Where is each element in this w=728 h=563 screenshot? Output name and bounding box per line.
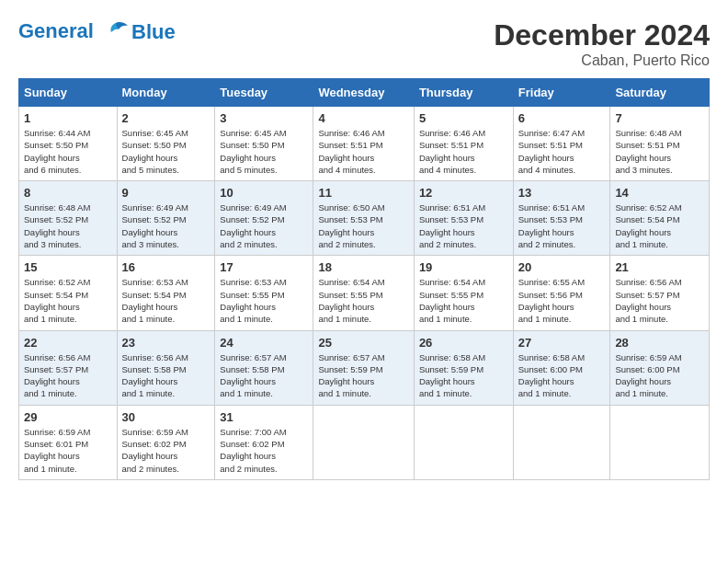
day-number: 20	[518, 260, 606, 274]
calendar-week-2: 8 Sunrise: 6:48 AM Sunset: 5:52 PM Dayli…	[19, 181, 710, 256]
logo: General Blue	[18, 18, 176, 46]
day-number: 16	[122, 260, 210, 274]
header-tuesday: Tuesday	[215, 79, 313, 107]
day-number: 10	[220, 186, 308, 200]
day-info: Sunrise: 6:53 AM Sunset: 5:54 PM Dayligh…	[122, 276, 210, 325]
day-info: Sunrise: 6:47 AM Sunset: 5:51 PM Dayligh…	[518, 127, 606, 176]
header-friday: Friday	[513, 79, 610, 107]
day-number: 1	[24, 111, 112, 125]
day-number: 8	[24, 186, 112, 200]
day-info: Sunrise: 6:46 AM Sunset: 5:51 PM Dayligh…	[419, 127, 508, 176]
page-header: General Blue December 2024 Caban, Puerto…	[18, 18, 710, 69]
calendar-cell: 23 Sunrise: 6:56 AM Sunset: 5:58 PM Dayl…	[117, 330, 215, 405]
day-number: 6	[518, 111, 606, 125]
calendar-cell: 20 Sunrise: 6:55 AM Sunset: 5:56 PM Dayl…	[513, 256, 610, 330]
day-info: Sunrise: 6:52 AM Sunset: 5:54 PM Dayligh…	[615, 201, 704, 250]
day-info: Sunrise: 6:56 AM Sunset: 5:58 PM Dayligh…	[122, 351, 210, 400]
day-info: Sunrise: 6:57 AM Sunset: 5:59 PM Dayligh…	[318, 351, 408, 400]
header-thursday: Thursday	[414, 79, 513, 107]
header-wednesday: Wednesday	[313, 79, 414, 107]
day-info: Sunrise: 6:45 AM Sunset: 5:50 PM Dayligh…	[220, 127, 308, 176]
month-title: December 2024	[494, 18, 710, 52]
calendar-cell: 27 Sunrise: 6:58 AM Sunset: 6:00 PM Dayl…	[513, 330, 610, 405]
calendar-cell: 9 Sunrise: 6:49 AM Sunset: 5:52 PM Dayli…	[117, 181, 215, 256]
header-saturday: Saturday	[610, 79, 710, 107]
day-number: 12	[419, 186, 508, 200]
day-info: Sunrise: 7:00 AM Sunset: 6:02 PM Dayligh…	[220, 426, 308, 475]
calendar-cell: 18 Sunrise: 6:54 AM Sunset: 5:55 PM Dayl…	[313, 256, 414, 330]
calendar-cell: 2 Sunrise: 6:45 AM Sunset: 5:50 PM Dayli…	[117, 107, 215, 181]
calendar-cell	[313, 405, 414, 479]
day-number: 14	[615, 186, 704, 200]
location: Caban, Puerto Rico	[494, 52, 710, 69]
day-info: Sunrise: 6:54 AM Sunset: 5:55 PM Dayligh…	[318, 276, 408, 325]
day-info: Sunrise: 6:49 AM Sunset: 5:52 PM Dayligh…	[220, 201, 308, 250]
day-info: Sunrise: 6:58 AM Sunset: 5:59 PM Dayligh…	[419, 351, 508, 400]
calendar-header-row: Sunday Monday Tuesday Wednesday Thursday…	[19, 79, 710, 107]
day-number: 27	[518, 336, 606, 350]
day-number: 21	[615, 260, 704, 274]
logo-general: General	[18, 19, 94, 42]
title-area: December 2024 Caban, Puerto Rico	[494, 18, 710, 69]
calendar-cell: 13 Sunrise: 6:51 AM Sunset: 5:53 PM Dayl…	[513, 181, 610, 256]
day-number: 17	[220, 260, 308, 274]
day-number: 4	[318, 111, 408, 125]
calendar-cell: 17 Sunrise: 6:53 AM Sunset: 5:55 PM Dayl…	[215, 256, 313, 330]
day-info: Sunrise: 6:54 AM Sunset: 5:55 PM Dayligh…	[419, 276, 508, 325]
calendar-cell: 1 Sunrise: 6:44 AM Sunset: 5:50 PM Dayli…	[19, 107, 118, 181]
day-number: 30	[122, 410, 210, 424]
day-number: 28	[615, 336, 704, 350]
calendar-week-1: 1 Sunrise: 6:44 AM Sunset: 5:50 PM Dayli…	[19, 107, 710, 181]
day-number: 7	[615, 111, 704, 125]
calendar-cell	[610, 405, 710, 479]
calendar-cell: 15 Sunrise: 6:52 AM Sunset: 5:54 PM Dayl…	[19, 256, 118, 330]
day-number: 2	[122, 111, 210, 125]
day-number: 18	[318, 260, 408, 274]
day-info: Sunrise: 6:48 AM Sunset: 5:52 PM Dayligh…	[24, 201, 112, 250]
day-number: 25	[318, 336, 408, 350]
calendar-cell: 31 Sunrise: 7:00 AM Sunset: 6:02 PM Dayl…	[215, 405, 313, 479]
header-sunday: Sunday	[19, 79, 118, 107]
calendar-cell: 28 Sunrise: 6:59 AM Sunset: 6:00 PM Dayl…	[610, 330, 710, 405]
calendar-cell	[513, 405, 610, 479]
day-info: Sunrise: 6:51 AM Sunset: 5:53 PM Dayligh…	[419, 201, 508, 250]
day-info: Sunrise: 6:59 AM Sunset: 6:02 PM Dayligh…	[122, 426, 210, 475]
day-info: Sunrise: 6:57 AM Sunset: 5:58 PM Dayligh…	[220, 351, 308, 400]
calendar-table: Sunday Monday Tuesday Wednesday Thursday…	[18, 78, 710, 480]
calendar-cell: 12 Sunrise: 6:51 AM Sunset: 5:53 PM Dayl…	[414, 181, 513, 256]
calendar-cell: 30 Sunrise: 6:59 AM Sunset: 6:02 PM Dayl…	[117, 405, 215, 479]
calendar-cell: 16 Sunrise: 6:53 AM Sunset: 5:54 PM Dayl…	[117, 256, 215, 330]
day-info: Sunrise: 6:49 AM Sunset: 5:52 PM Dayligh…	[122, 201, 210, 250]
day-number: 5	[419, 111, 508, 125]
calendar-cell: 25 Sunrise: 6:57 AM Sunset: 5:59 PM Dayl…	[313, 330, 414, 405]
logo-bird-icon	[102, 18, 130, 46]
day-number: 15	[24, 260, 112, 274]
calendar-cell: 3 Sunrise: 6:45 AM Sunset: 5:50 PM Dayli…	[215, 107, 313, 181]
calendar-cell: 21 Sunrise: 6:56 AM Sunset: 5:57 PM Dayl…	[610, 256, 710, 330]
calendar-cell: 4 Sunrise: 6:46 AM Sunset: 5:51 PM Dayli…	[313, 107, 414, 181]
day-number: 24	[220, 336, 308, 350]
day-number: 11	[318, 186, 408, 200]
calendar-cell: 19 Sunrise: 6:54 AM Sunset: 5:55 PM Dayl…	[414, 256, 513, 330]
day-info: Sunrise: 6:48 AM Sunset: 5:51 PM Dayligh…	[615, 127, 704, 176]
day-number: 26	[419, 336, 508, 350]
day-info: Sunrise: 6:59 AM Sunset: 6:01 PM Dayligh…	[24, 426, 112, 475]
calendar-cell: 5 Sunrise: 6:46 AM Sunset: 5:51 PM Dayli…	[414, 107, 513, 181]
calendar-cell: 29 Sunrise: 6:59 AM Sunset: 6:01 PM Dayl…	[19, 405, 118, 479]
day-info: Sunrise: 6:53 AM Sunset: 5:55 PM Dayligh…	[220, 276, 308, 325]
calendar-cell: 7 Sunrise: 6:48 AM Sunset: 5:51 PM Dayli…	[610, 107, 710, 181]
day-info: Sunrise: 6:55 AM Sunset: 5:56 PM Dayligh…	[518, 276, 606, 325]
day-number: 3	[220, 111, 308, 125]
day-number: 9	[122, 186, 210, 200]
calendar-week-5: 29 Sunrise: 6:59 AM Sunset: 6:01 PM Dayl…	[19, 405, 710, 479]
day-info: Sunrise: 6:56 AM Sunset: 5:57 PM Dayligh…	[615, 276, 704, 325]
calendar-week-3: 15 Sunrise: 6:52 AM Sunset: 5:54 PM Dayl…	[19, 256, 710, 330]
logo-blue: Blue	[131, 21, 176, 43]
day-info: Sunrise: 6:59 AM Sunset: 6:00 PM Dayligh…	[615, 351, 704, 400]
calendar-cell: 22 Sunrise: 6:56 AM Sunset: 5:57 PM Dayl…	[19, 330, 118, 405]
header-monday: Monday	[117, 79, 215, 107]
day-number: 31	[220, 410, 308, 424]
day-info: Sunrise: 6:44 AM Sunset: 5:50 PM Dayligh…	[24, 127, 112, 176]
calendar-cell: 26 Sunrise: 6:58 AM Sunset: 5:59 PM Dayl…	[414, 330, 513, 405]
calendar-cell: 10 Sunrise: 6:49 AM Sunset: 5:52 PM Dayl…	[215, 181, 313, 256]
